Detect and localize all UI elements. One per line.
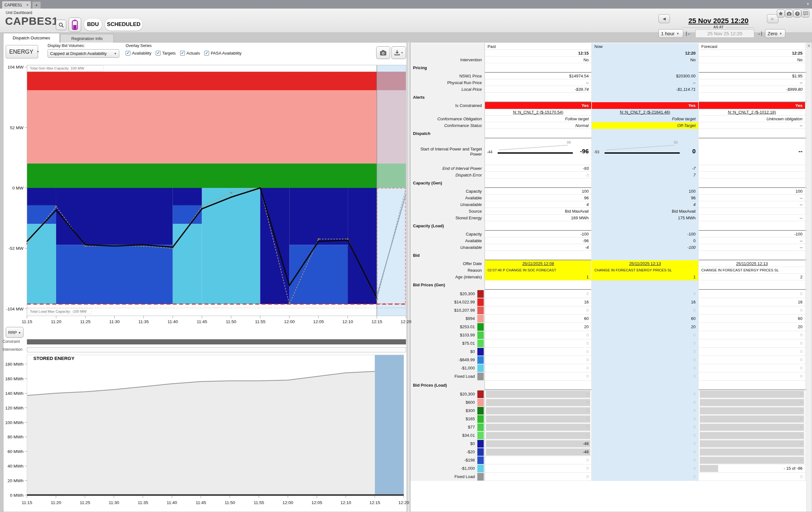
table-row: $20,300000 [410, 290, 807, 298]
search-icon [58, 22, 64, 28]
overlay-checkbox-targets[interactable]: ✓Targets [156, 50, 176, 56]
availability-value: 96 [674, 140, 678, 145]
window-tab-capbes1[interactable]: CAPBES1 × [2, 1, 31, 8]
grid-link[interactable]: N::N_CNLT_2 ($-21641.46) [620, 110, 670, 115]
cell-value: 0 [800, 433, 803, 438]
grid-link[interactable]: N::N_CNLT_2 ($-1012.18) [728, 110, 776, 115]
prev-interval-button[interactable]: ◀ [659, 14, 670, 23]
table-row: Capacity100100100 [410, 188, 807, 195]
step-back-icon[interactable]: |← [686, 30, 692, 36]
bdu-badge: BDU [84, 18, 102, 31]
unavailable-bar [700, 415, 804, 423]
chevron-down-icon: ▼ [401, 51, 403, 54]
cell-past: Bid MaxAvail [485, 208, 592, 215]
cell-value: 0 [586, 408, 589, 413]
offset-select[interactable]: Zero▼ [765, 29, 785, 38]
cell-value: No [690, 57, 696, 62]
overlay-checkbox-actuals[interactable]: ✓Actuals [180, 50, 200, 56]
cell-now: 16 [592, 298, 699, 306]
row-label: Physical Run Price [410, 79, 485, 86]
row-label: Fixed Load [410, 372, 485, 381]
section-cell [699, 280, 806, 290]
cell-past: 0 [485, 331, 592, 339]
svg-text:?: ? [796, 12, 798, 15]
cell-value: 0 [586, 400, 589, 405]
overlay-checkbox-availability[interactable]: ✓Availability [125, 50, 151, 56]
cell-forecast: -- [699, 122, 806, 129]
intervention-row-label: Intervention [3, 347, 27, 352]
asat-date-display[interactable]: 25 Nov 2025 12:20 [672, 17, 764, 25]
grid-link[interactable]: 25/11/2025 12:08 [522, 261, 554, 266]
asat-input[interactable]: 25 Nov 25 12:20 [695, 29, 754, 38]
cell-now: 100 [592, 188, 699, 195]
constraint-timeline-bar[interactable] [27, 339, 406, 344]
cell-value: $1.95 [792, 74, 803, 78]
comment-icon [803, 11, 808, 16]
close-icon[interactable]: × [26, 3, 29, 7]
row-label: Dispatch Error [410, 172, 485, 179]
cell-value: 0 [586, 357, 589, 362]
section-cell [485, 381, 592, 390]
cell-forecast [699, 172, 806, 179]
rrp-toggle-button[interactable]: RRP ▲ [6, 327, 24, 338]
cell-forecast: Unknown obligation [699, 115, 806, 122]
cell-now: Yes [592, 102, 699, 109]
tab-registration-info[interactable]: Registration Info [60, 34, 114, 43]
row-label: $75.01 [410, 339, 485, 348]
chart-export-button[interactable]: ▼ [392, 46, 406, 59]
overlay-checkbox-pasa-availability[interactable]: ✓PASA Availability [204, 50, 241, 56]
row-label: Alerts [410, 93, 485, 102]
section-cell [485, 280, 592, 290]
intervention-timeline-bar[interactable] [27, 347, 406, 352]
cell-past: 0 [485, 306, 592, 315]
row-label: $600 [410, 398, 485, 407]
new-tab-button[interactable]: + [32, 2, 40, 8]
favorite-button[interactable] [777, 9, 785, 18]
table-row: InterventionNoNoNo [410, 56, 807, 63]
panel-splitter[interactable] [407, 42, 410, 512]
cell-value: - 15 of -96 [784, 466, 803, 471]
help-button[interactable]: ? [793, 9, 801, 18]
table-row: 12:1512:2012:25 [410, 50, 807, 56]
metric-select[interactable]: ENERGY▼ [6, 45, 38, 58]
row-label: -$1,000 [410, 364, 485, 372]
chevron-down-icon[interactable]: ▾ [807, 2, 809, 6]
cell-now: -100 [592, 244, 699, 251]
cell-past: Yes [485, 102, 592, 109]
search-button[interactable] [56, 20, 66, 30]
table-row: $165000 [410, 415, 807, 423]
row-label: Bid [410, 251, 485, 260]
table-row: SourceBid MaxAvailBid MaxAvail [410, 208, 807, 215]
feedback-button[interactable] [802, 9, 809, 18]
cell-value: 0 [586, 366, 589, 371]
screenshot-button[interactable] [785, 9, 793, 18]
display-bid-volumes-value: Capped at Dispatch Availability [50, 51, 107, 56]
cell-now: 0 [592, 364, 699, 372]
cell-value: -4 [585, 245, 589, 250]
chart-snapshot-button[interactable] [376, 46, 390, 59]
range-select[interactable]: 1 hour▼ [659, 29, 683, 38]
table-row: Reason02:07:46 P CHANGE IN SOC FORECASTC… [410, 267, 807, 274]
cell-value: -96 [583, 238, 589, 243]
table-row: $253.01202020 [410, 323, 807, 331]
battery-button[interactable] [68, 18, 81, 32]
tab-dispatch-outcomes[interactable]: Dispatch Outcomes [3, 33, 60, 43]
cell-forecast: No [699, 56, 806, 63]
cell-past: 0 [485, 390, 592, 398]
grid-link[interactable]: N::N_CNLT_2 ($-15170.54) [513, 110, 563, 115]
cell-past: $14974.54 [485, 73, 592, 79]
display-bid-volumes-select[interactable]: Capped at Dispatch Availability▼ [48, 49, 119, 58]
cell-value: Follow target [565, 116, 589, 121]
unavailable-bar [486, 449, 590, 456]
cell-past: 25/11/2025 12:08 [485, 260, 592, 267]
grid-link[interactable]: 25/11/2025 12:13 [629, 261, 661, 266]
step-forward-icon[interactable]: →| [756, 30, 762, 36]
collapse-icon: ▲ [18, 331, 21, 334]
scroll-up-icon[interactable]: ▲ [807, 43, 811, 48]
cell-value: 0 [586, 458, 589, 462]
grid-link[interactable]: 25/11/2025 12:13 [736, 261, 767, 266]
unavailable-bar [700, 432, 804, 439]
cell-value: 0 [586, 333, 589, 338]
column-header-past: Past [485, 43, 592, 50]
grid-scrollbar[interactable]: ▲ [806, 43, 811, 512]
